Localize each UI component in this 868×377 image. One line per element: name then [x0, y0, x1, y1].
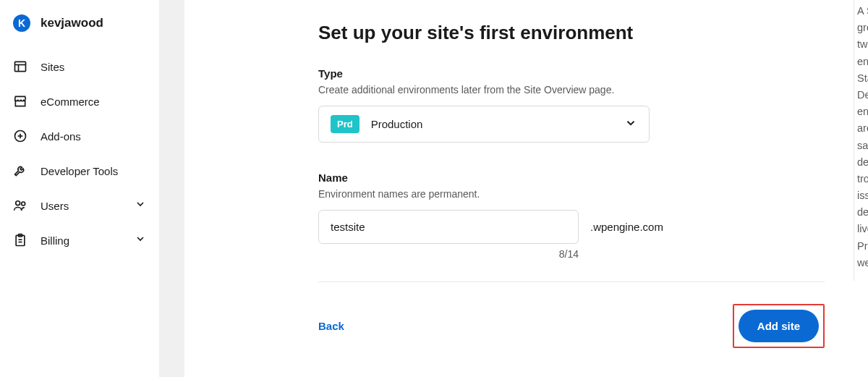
- sidebar-item-label: Billing: [41, 234, 135, 247]
- back-link[interactable]: Back: [318, 320, 344, 332]
- chevron-down-icon: [135, 233, 146, 247]
- chevron-down-icon: [135, 198, 146, 213]
- sidebar-item-label: Users: [41, 200, 135, 212]
- sidebar-item-sites[interactable]: Sites: [0, 49, 159, 84]
- environment-type-dropdown[interactable]: Prd Production: [318, 106, 650, 143]
- sidebar-item-users[interactable]: Users: [0, 188, 159, 223]
- sidebar-item-label: Add-ons: [41, 130, 146, 143]
- form-footer: Back Add site: [318, 282, 825, 348]
- env-badge: Prd: [331, 115, 359, 133]
- info-text: A Site is a group of one, two, or three …: [857, 3, 868, 271]
- brand-icon: K: [13, 14, 30, 32]
- store-icon: [13, 94, 27, 109]
- svg-point-6: [16, 201, 20, 206]
- content: Set up your site's first environment Typ…: [184, 0, 854, 377]
- info-panel: A Site is a group of one, two, or three …: [854, 0, 868, 281]
- highlight-annotation: Add site: [733, 304, 825, 348]
- sidebar-item-ecommerce[interactable]: eCommerce: [0, 84, 159, 119]
- plus-circle-icon: [13, 129, 27, 143]
- chevron-down-icon: [624, 117, 637, 132]
- users-icon: [13, 198, 27, 213]
- svg-rect-0: [15, 62, 26, 71]
- sidebar-item-label: Sites: [41, 61, 146, 73]
- sidebar-item-addons[interactable]: Add-ons: [0, 119, 159, 153]
- sidebar-item-billing[interactable]: Billing: [0, 223, 159, 258]
- char-count: 8/14: [318, 248, 579, 260]
- name-row: .wpengine.com: [318, 210, 825, 244]
- svg-point-7: [22, 202, 25, 206]
- dropdown-selected-value: Production: [371, 118, 624, 130]
- add-site-button[interactable]: Add site: [739, 310, 819, 342]
- sidebar-gutter: [159, 0, 184, 377]
- environment-name-input[interactable]: [318, 210, 579, 244]
- wrench-icon: [13, 164, 27, 178]
- brand-name: kevjawood: [41, 16, 103, 30]
- sidebar: K kevjawood Sites eCommerce Add-ons Deve…: [0, 0, 159, 377]
- type-label: Type: [318, 67, 825, 80]
- clipboard-icon: [13, 233, 27, 247]
- main: Set up your site's first environment Typ…: [184, 0, 868, 377]
- name-label: Name: [318, 171, 825, 184]
- name-help: Environment names are permanent.: [318, 188, 825, 200]
- sidebar-item-label: eCommerce: [41, 96, 146, 108]
- sites-icon: [13, 59, 27, 74]
- page-title: Set up your site's first environment: [318, 22, 825, 44]
- sidebar-item-label: Developer Tools: [41, 165, 146, 177]
- type-help: Create additional environments later fro…: [318, 84, 825, 96]
- domain-suffix: .wpengine.com: [590, 221, 663, 233]
- brand[interactable]: K kevjawood: [0, 14, 159, 49]
- sidebar-item-developer-tools[interactable]: Developer Tools: [0, 153, 159, 188]
